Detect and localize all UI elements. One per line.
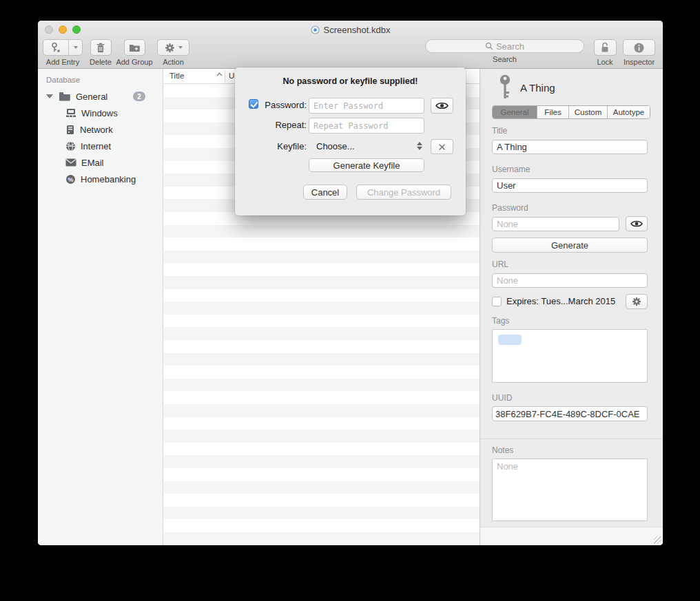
entry-title-heading: A Thing <box>520 82 555 94</box>
dialog-reveal-password-button[interactable] <box>431 98 453 114</box>
gear-icon <box>165 43 175 53</box>
uuid-field-label: UUID <box>492 393 512 403</box>
eye-icon <box>435 101 449 110</box>
document-icon <box>311 25 320 34</box>
action-button[interactable] <box>157 39 189 56</box>
url-field-label: URL <box>492 260 508 269</box>
uuid-field[interactable] <box>492 406 648 421</box>
search-placeholder: Search <box>496 41 524 52</box>
lock-label: Lock <box>597 58 612 66</box>
folder-icon <box>59 92 70 101</box>
tab-autotype[interactable]: Autotype <box>608 106 650 118</box>
sidebar-item-homebanking[interactable]: % Homebanking <box>38 171 163 187</box>
title-field[interactable] <box>492 140 648 154</box>
key-plus-icon <box>50 42 61 53</box>
generate-password-button[interactable]: Generate <box>492 238 648 253</box>
sidebar-item-label: Internet <box>81 141 111 151</box>
sidebar-item-general[interactable]: General 2 <box>38 88 163 105</box>
notes-field-label: Notes <box>492 445 513 455</box>
add-entry-dropdown[interactable] <box>69 40 82 55</box>
column-divider[interactable] <box>225 70 225 83</box>
sidebar-item-label: Network <box>80 125 113 135</box>
action-chevron-icon <box>178 46 183 49</box>
inspector-panel: A Thing General Files Custom Autotype Ti… <box>480 69 663 545</box>
toolbar-add-entry: Add Entry <box>43 39 83 66</box>
disclosure-triangle-icon[interactable] <box>46 94 53 98</box>
add-entry-button[interactable] <box>43 39 83 56</box>
add-group-button[interactable] <box>124 39 145 56</box>
eye-icon <box>630 220 643 228</box>
keyfile-popup-stepper[interactable] <box>417 142 422 150</box>
homebanking-group-icon: % <box>65 174 76 184</box>
network-group-icon <box>65 125 75 135</box>
toolbar-add-group: Add Group <box>114 39 155 66</box>
cancel-button[interactable]: Cancel <box>303 184 347 200</box>
titlebar-toolbar: Screenshot.kdbx Add Entry <box>38 21 663 69</box>
window-title-area: Screenshot.kdbx <box>38 25 663 35</box>
folder-plus-icon <box>129 43 140 52</box>
add-group-label: Add Group <box>116 58 152 66</box>
column-header-title[interactable]: Title <box>169 72 184 80</box>
sidebar-item-network[interactable]: Network <box>38 121 163 138</box>
toolbar-search: Search Search <box>425 39 584 63</box>
expires-settings-button[interactable] <box>626 294 648 309</box>
close-x-icon: ✕ <box>438 142 446 152</box>
sidebar-item-windows[interactable]: Windows <box>38 105 163 121</box>
tab-general[interactable]: General <box>493 106 537 118</box>
change-password-button[interactable]: Change Password <box>356 184 451 200</box>
keyfile-popup[interactable]: Choose... <box>316 141 355 151</box>
username-field[interactable] <box>492 178 648 193</box>
search-icon <box>485 42 493 50</box>
notes-divider <box>480 439 663 439</box>
password-field-label: Password <box>492 203 528 213</box>
sidebar-item-internet[interactable]: Internet <box>38 138 163 154</box>
internet-group-icon <box>65 141 76 151</box>
tab-custom[interactable]: Custom <box>569 106 608 118</box>
inspector-footer <box>480 527 663 545</box>
unlock-icon <box>600 42 610 53</box>
lock-button[interactable] <box>594 39 617 56</box>
tab-files[interactable]: Files <box>537 106 569 118</box>
username-field-label: Username <box>492 165 530 174</box>
svg-text:%: % <box>68 176 73 182</box>
search-label: Search <box>493 55 517 63</box>
dialog-repeat-input[interactable] <box>309 118 424 134</box>
trash-icon <box>96 43 105 53</box>
dialog-password-input[interactable] <box>309 98 424 114</box>
entry-count-badge: 2 <box>133 92 145 101</box>
reveal-password-button[interactable] <box>626 216 648 231</box>
info-icon <box>634 43 644 53</box>
sidebar-item-label: EMail <box>81 158 104 168</box>
delete-label: Delete <box>90 58 112 66</box>
tag-token[interactable] <box>498 335 522 345</box>
password-field[interactable] <box>492 217 619 231</box>
inspector-label: Inspector <box>624 58 655 66</box>
windows-group-icon <box>65 108 76 118</box>
dialog-warning-message: No password or keyfile supplied! <box>235 76 466 86</box>
sidebar-item-label: Windows <box>81 108 118 118</box>
expires-checkbox[interactable] <box>492 297 502 306</box>
toolbar-action: Action <box>157 39 189 66</box>
tags-box[interactable] <box>492 329 648 383</box>
url-field[interactable] <box>492 273 648 288</box>
sidebar-section-header: Database <box>46 76 163 84</box>
dialog-repeat-label: Repeat: <box>249 120 307 130</box>
window-title: Screenshot.kdbx <box>324 25 391 35</box>
resize-grip[interactable] <box>654 536 661 544</box>
clear-keyfile-button[interactable]: ✕ <box>431 139 453 154</box>
inspector-tabs: General Files Custom Autotype <box>492 105 650 119</box>
delete-button[interactable] <box>90 39 112 56</box>
search-input[interactable]: Search <box>425 39 584 53</box>
entry-key-icon <box>498 74 512 101</box>
dialog-keyfile-label: Keyfile: <box>249 141 307 151</box>
notes-field[interactable] <box>492 458 648 521</box>
title-field-label: Title <box>492 126 507 136</box>
change-password-dialog: No password or keyfile supplied! Passwor… <box>235 67 466 215</box>
sidebar-item-email[interactable]: EMail <box>38 154 163 171</box>
generate-keyfile-button[interactable]: Generate Keyfile <box>309 158 424 172</box>
gear-icon <box>632 297 641 306</box>
sidebar-item-label: General <box>76 92 107 102</box>
tags-field-label: Tags <box>492 316 509 326</box>
app-window: Screenshot.kdbx Add Entry <box>38 21 663 545</box>
inspector-button[interactable] <box>623 39 655 56</box>
